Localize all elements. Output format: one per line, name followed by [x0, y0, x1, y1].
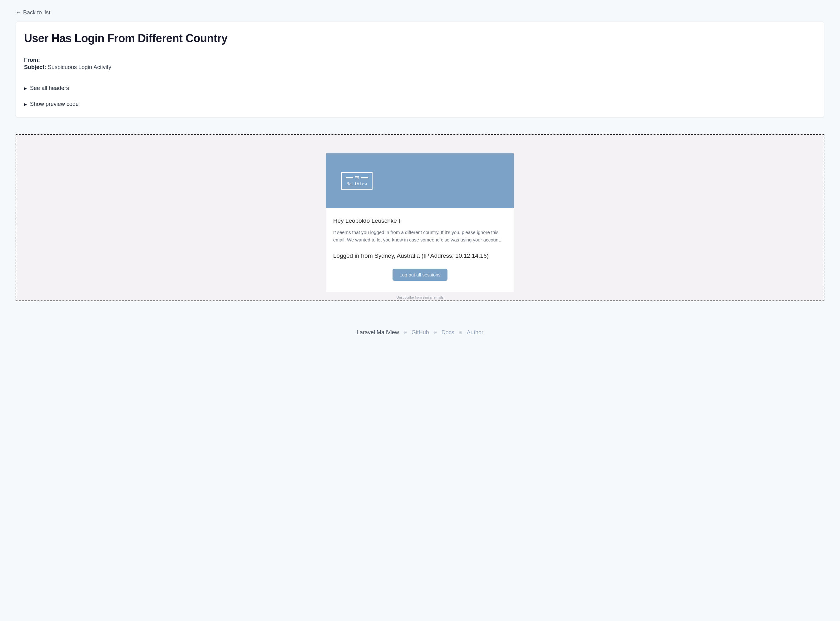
subject-value: Suspicuous Login Activity [48, 64, 111, 70]
see-all-headers-toggle[interactable]: ▶ See all headers [24, 83, 816, 93]
subject-row: Subject: Suspicuous Login Activity [24, 64, 816, 71]
footer-link-author[interactable]: Author [467, 329, 483, 336]
email-body-text: It seems that you logged in from a diffe… [333, 229, 507, 244]
email-meta-card: User Has Login From Different Country Fr… [16, 21, 824, 118]
back-to-list-link[interactable]: ← Back to list [16, 9, 50, 16]
page-title: User Has Login From Different Country [24, 32, 816, 45]
subject-label: Subject: [24, 64, 46, 70]
from-row: From: [24, 57, 816, 64]
separator-icon: ✳ [459, 330, 462, 335]
mailview-logo: MailView [341, 172, 373, 189]
svg-rect-0 [355, 177, 359, 179]
show-code-label: Show preview code [30, 101, 79, 108]
email-body: Hey Leopoldo Leuschke I, It seems that y… [326, 208, 514, 292]
unsubscribe-link[interactable]: Unsubcribe from similar emails [326, 295, 514, 300]
logo-line-left [346, 177, 353, 178]
footer-brand: Laravel MailView [357, 329, 399, 336]
separator-icon: ✳ [403, 330, 407, 335]
email-login-info: Logged in from Sydney, Australia (IP Add… [333, 252, 507, 259]
back-label: Back to list [23, 9, 50, 16]
button-wrap: Log out all sessions [333, 269, 507, 281]
footer-link-github[interactable]: GitHub [412, 329, 429, 336]
email-header: MailView [326, 153, 514, 208]
email-greeting: Hey Leopoldo Leuschke I, [333, 217, 507, 224]
show-preview-code-toggle[interactable]: ▶ Show preview code [24, 99, 816, 109]
logo-text: MailView [347, 182, 367, 186]
caret-right-icon: ▶ [24, 86, 27, 91]
caret-right-icon: ▶ [24, 102, 27, 106]
logo-line-right [361, 177, 368, 178]
logo-graphic [346, 175, 368, 180]
page-footer: Laravel MailView ✳ GitHub ✳ Docs ✳ Autho… [16, 329, 824, 336]
from-label: From: [24, 57, 40, 63]
mail-icon [354, 175, 360, 180]
email-preview: MailView Hey Leopoldo Leuschke I, It see… [326, 153, 514, 300]
meta-block: From: Subject: Suspicuous Login Activity [24, 57, 816, 71]
separator-icon: ✳ [434, 330, 437, 335]
see-headers-label: See all headers [30, 85, 69, 91]
email-preview-frame: MailView Hey Leopoldo Leuschke I, It see… [16, 134, 824, 301]
logout-all-sessions-button[interactable]: Log out all sessions [393, 269, 447, 281]
arrow-left-icon: ← [16, 9, 21, 16]
footer-link-docs[interactable]: Docs [441, 329, 454, 336]
